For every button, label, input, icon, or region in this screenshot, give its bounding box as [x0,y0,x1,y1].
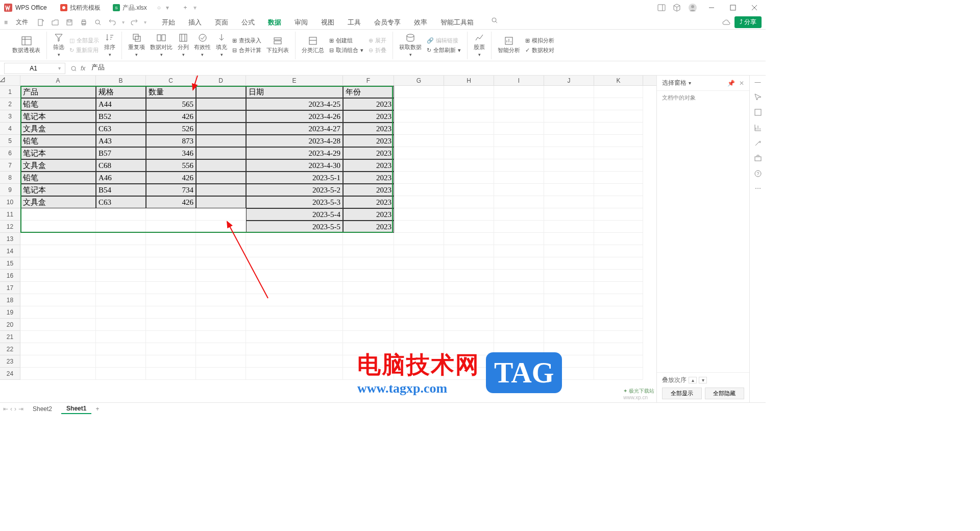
show-all-objects-button[interactable]: 全部显示 [662,388,702,399]
formula-input[interactable]: 产品 [88,63,762,74]
cell-K6[interactable] [594,147,643,159]
cell-I13[interactable] [494,233,544,245]
cell-K20[interactable] [594,319,643,331]
cell-K18[interactable] [594,294,643,306]
cell-K21[interactable] [594,331,643,343]
row-header-19[interactable]: 19 [0,306,20,319]
cell-G12[interactable] [394,221,444,233]
avatar-icon[interactable] [688,3,697,12]
menu-icon[interactable]: ≡ [4,19,8,26]
cell-A16[interactable] [20,270,96,282]
fx-label[interactable]: fx [81,65,85,72]
sheet-tab-1[interactable]: Sheet1 [61,404,91,414]
cell-F20[interactable] [343,319,394,331]
cell-F24[interactable] [343,368,394,380]
cell-A9[interactable]: 笔记本 [20,184,96,196]
new-tab-button[interactable]: + [179,2,191,14]
cell-A24[interactable] [20,368,96,380]
cell-E18[interactable] [246,294,343,306]
redo-dropdown[interactable]: ▾ [144,19,146,25]
cell-A4[interactable]: 文具盒 [20,123,96,135]
row-header-15[interactable]: 15 [0,257,20,270]
cell-I10[interactable] [494,196,544,208]
cloud-icon[interactable] [722,18,730,27]
cell-A15[interactable] [20,257,96,270]
cell-F6[interactable]: 2023 [343,147,394,159]
stack-down-button[interactable]: ▾ [699,377,707,383]
search-icon[interactable] [491,17,498,28]
cell-I4[interactable] [494,123,544,135]
cell-J2[interactable] [544,98,594,110]
cell-E10[interactable]: 2023-5-3 [246,196,343,208]
cell-H13[interactable] [444,233,494,245]
preview-icon[interactable] [93,18,103,27]
cell-F9[interactable]: 2023 [343,184,394,196]
cell-I5[interactable] [494,135,544,147]
cell-A6[interactable]: 笔记本 [20,147,96,159]
stocks-button[interactable]: 股票▾ [474,33,485,57]
cell-G17[interactable] [394,282,444,294]
cell-J17[interactable] [544,282,594,294]
col-header-B[interactable]: B [96,76,146,85]
cell-J21[interactable] [544,331,594,343]
cell-B22[interactable] [96,343,146,355]
cell-F4[interactable]: 2023 [343,123,394,135]
cell-D8[interactable] [196,172,246,184]
row-header-8[interactable]: 8 [0,172,20,184]
cell-H9[interactable] [444,184,494,196]
tab-smart[interactable]: 智能工具箱 [438,17,476,28]
sort-button[interactable]: 排序▾ [104,33,115,57]
cell-I3[interactable] [494,110,544,123]
cell-K23[interactable] [594,355,643,368]
cell-I6[interactable] [494,147,544,159]
cell-K12[interactable] [594,221,643,233]
sheet-first-icon[interactable]: ⇤ [3,405,8,413]
col-header-K[interactable]: K [594,76,643,85]
row-header-6[interactable]: 6 [0,147,20,159]
cell-E12[interactable]: 2023-5-5 [246,221,343,233]
cell-E15[interactable] [246,257,343,270]
cell-I23[interactable] [494,355,544,368]
cell-C21[interactable] [146,331,196,343]
cell-I15[interactable] [494,257,544,270]
cell-G24[interactable] [394,368,444,380]
tab-menu-button[interactable]: ▾ [193,4,197,11]
cell-J1[interactable] [544,86,594,98]
row-header-14[interactable]: 14 [0,245,20,257]
cell-G7[interactable] [394,159,444,172]
cell-J7[interactable] [544,159,594,172]
row-header-22[interactable]: 22 [0,343,20,355]
cell-A12[interactable] [20,221,96,233]
cell-J22[interactable] [544,343,594,355]
row-header-2[interactable]: 2 [0,98,20,110]
print-icon[interactable] [79,18,88,27]
cell-C22[interactable] [146,343,196,355]
cell-I18[interactable] [494,294,544,306]
tab-file[interactable]: S 产品.xlsx ○ ▾ [108,2,174,14]
cell-J12[interactable] [544,221,594,233]
cell-E13[interactable] [246,233,343,245]
row-header-5[interactable]: 5 [0,135,20,147]
cell-F10[interactable]: 2023 [343,196,394,208]
tab-formula[interactable]: 公式 [239,17,257,28]
cell-D18[interactable] [196,294,246,306]
maximize-button[interactable] [726,1,740,15]
cell-I9[interactable] [494,184,544,196]
tab-member[interactable]: 会员专享 [372,17,403,28]
row-header-17[interactable]: 17 [0,282,20,294]
cell-F23[interactable] [343,355,394,368]
smart-analysis-button[interactable]: 智能分析 [498,36,520,54]
new-icon[interactable] [36,18,45,27]
cell-H4[interactable] [444,123,494,135]
cell-A1[interactable]: 产品 [20,86,96,98]
cell-A20[interactable] [20,319,96,331]
cell-B19[interactable] [96,306,146,319]
cell-D24[interactable] [196,368,246,380]
cell-B11[interactable] [96,208,146,221]
sheet-tab-2[interactable]: Sheet2 [28,404,57,414]
cell-K11[interactable] [594,208,643,221]
row-header-12[interactable]: 12 [0,221,20,233]
cell-F1[interactable]: 年份 [343,86,394,98]
cell-A2[interactable]: 铅笔 [20,98,96,110]
cell-C12[interactable] [146,221,196,233]
